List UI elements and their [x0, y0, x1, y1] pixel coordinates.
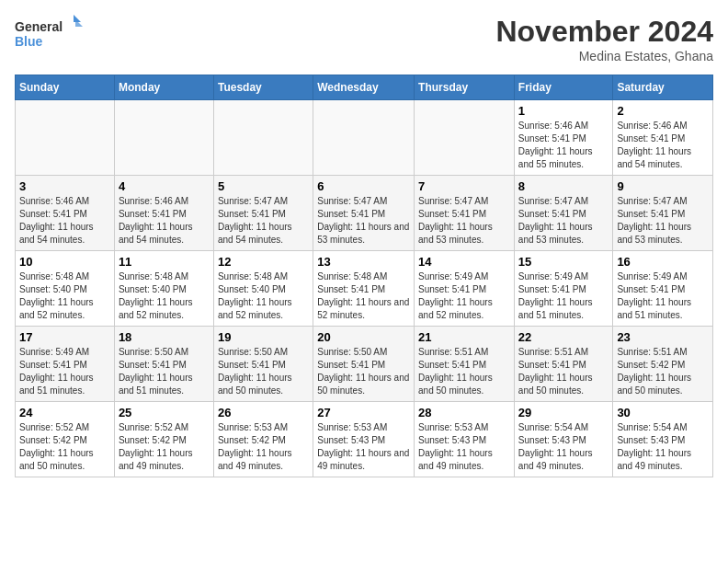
calendar-cell: 23Sunrise: 5:51 AMSunset: 5:42 PMDayligh…: [613, 327, 713, 402]
svg-text:General: General: [15, 19, 63, 34]
calendar-cell: 6Sunrise: 5:47 AMSunset: 5:41 PMDaylight…: [313, 176, 415, 251]
day-number: 10: [19, 255, 110, 269]
day-info: Sunrise: 5:54 AMSunset: 5:43 PMDaylight:…: [617, 421, 709, 473]
calendar-cell: 4Sunrise: 5:46 AMSunset: 5:41 PMDaylight…: [114, 176, 213, 251]
day-info: Sunrise: 5:46 AMSunset: 5:41 PMDaylight:…: [518, 120, 609, 171]
day-info: Sunrise: 5:48 AMSunset: 5:40 PMDaylight:…: [19, 270, 110, 322]
calendar-cell: 10Sunrise: 5:48 AMSunset: 5:40 PMDayligh…: [16, 251, 115, 327]
day-number: 26: [218, 406, 309, 419]
calendar-cell: 9Sunrise: 5:47 AMSunset: 5:41 PMDaylight…: [613, 176, 713, 251]
day-info: Sunrise: 5:50 AMSunset: 5:41 PMDaylight:…: [119, 346, 210, 397]
calendar-cell: [16, 100, 115, 176]
day-info: Sunrise: 5:47 AMSunset: 5:41 PMDaylight:…: [317, 195, 410, 247]
day-info: Sunrise: 5:53 AMSunset: 5:43 PMDaylight:…: [418, 421, 510, 473]
day-info: Sunrise: 5:48 AMSunset: 5:41 PMDaylight:…: [317, 270, 410, 322]
day-info: Sunrise: 5:47 AMSunset: 5:41 PMDaylight:…: [218, 195, 309, 247]
day-number: 22: [518, 330, 609, 344]
calendar-cell: [313, 100, 415, 176]
day-info: Sunrise: 5:47 AMSunset: 5:41 PMDaylight:…: [518, 195, 609, 247]
svg-marker-3: [74, 15, 81, 22]
day-number: 27: [317, 406, 410, 419]
day-number: 7: [418, 179, 510, 193]
day-number: 16: [617, 255, 709, 269]
day-number: 5: [218, 179, 309, 193]
day-info: Sunrise: 5:48 AMSunset: 5:40 PMDaylight:…: [119, 270, 210, 322]
calendar-cell: 24Sunrise: 5:52 AMSunset: 5:42 PMDayligh…: [16, 402, 115, 477]
day-info: Sunrise: 5:46 AMSunset: 5:41 PMDaylight:…: [119, 195, 210, 247]
calendar-cell: 26Sunrise: 5:53 AMSunset: 5:42 PMDayligh…: [213, 402, 313, 477]
day-info: Sunrise: 5:47 AMSunset: 5:41 PMDaylight:…: [617, 195, 709, 247]
header-monday: Monday: [114, 75, 213, 100]
day-number: 3: [19, 179, 110, 193]
day-number: 18: [119, 330, 210, 344]
day-number: 13: [317, 255, 410, 269]
calendar-cell: 21Sunrise: 5:51 AMSunset: 5:41 PMDayligh…: [415, 327, 515, 402]
day-number: 25: [119, 406, 210, 419]
calendar-cell: 22Sunrise: 5:51 AMSunset: 5:41 PMDayligh…: [514, 327, 613, 402]
calendar-cell: 25Sunrise: 5:52 AMSunset: 5:42 PMDayligh…: [114, 402, 213, 477]
calendar-cell: 20Sunrise: 5:50 AMSunset: 5:41 PMDayligh…: [313, 327, 415, 402]
day-info: Sunrise: 5:52 AMSunset: 5:42 PMDaylight:…: [19, 421, 110, 473]
day-number: 23: [617, 330, 709, 344]
day-info: Sunrise: 5:51 AMSunset: 5:42 PMDaylight:…: [617, 346, 709, 397]
location-subtitle: Medina Estates, Ghana: [495, 49, 713, 63]
title-block: November 2024 Medina Estates, Ghana: [495, 15, 713, 63]
logo: General Blue: [15, 15, 88, 56]
day-info: Sunrise: 5:53 AMSunset: 5:42 PMDaylight:…: [218, 421, 309, 473]
calendar-cell: 17Sunrise: 5:49 AMSunset: 5:41 PMDayligh…: [16, 327, 115, 402]
day-info: Sunrise: 5:50 AMSunset: 5:41 PMDaylight:…: [317, 346, 410, 397]
day-info: Sunrise: 5:49 AMSunset: 5:41 PMDaylight:…: [19, 346, 110, 397]
calendar-cell: 2Sunrise: 5:46 AMSunset: 5:41 PMDaylight…: [613, 100, 713, 176]
calendar-cell: 5Sunrise: 5:47 AMSunset: 5:41 PMDaylight…: [213, 176, 313, 251]
day-number: 30: [617, 406, 709, 419]
calendar-table: SundayMondayTuesdayWednesdayThursdayFrid…: [15, 75, 713, 477]
day-number: 11: [119, 255, 210, 269]
calendar-cell: [213, 100, 313, 176]
calendar-cell: 15Sunrise: 5:49 AMSunset: 5:41 PMDayligh…: [514, 251, 613, 327]
header-wednesday: Wednesday: [313, 75, 415, 100]
day-info: Sunrise: 5:49 AMSunset: 5:41 PMDaylight:…: [418, 270, 510, 322]
page-header: General Blue November 2024 Medina Estate…: [15, 15, 713, 63]
calendar-cell: 12Sunrise: 5:48 AMSunset: 5:40 PMDayligh…: [213, 251, 313, 327]
day-number: 17: [19, 330, 110, 344]
day-info: Sunrise: 5:54 AMSunset: 5:43 PMDaylight:…: [518, 421, 609, 473]
calendar-cell: 3Sunrise: 5:46 AMSunset: 5:41 PMDaylight…: [16, 176, 115, 251]
calendar-cell: 13Sunrise: 5:48 AMSunset: 5:41 PMDayligh…: [313, 251, 415, 327]
calendar-cell: 7Sunrise: 5:47 AMSunset: 5:41 PMDaylight…: [415, 176, 515, 251]
svg-text:Blue: Blue: [15, 34, 43, 49]
calendar-cell: 30Sunrise: 5:54 AMSunset: 5:43 PMDayligh…: [613, 402, 713, 477]
calendar-cell: 18Sunrise: 5:50 AMSunset: 5:41 PMDayligh…: [114, 327, 213, 402]
day-number: 29: [518, 406, 609, 419]
day-number: 6: [317, 179, 410, 193]
logo-svg: General Blue: [15, 15, 88, 56]
calendar-cell: 1Sunrise: 5:46 AMSunset: 5:41 PMDaylight…: [514, 100, 613, 176]
day-number: 4: [119, 179, 210, 193]
day-number: 1: [518, 104, 609, 118]
header-tuesday: Tuesday: [213, 75, 313, 100]
calendar-cell: 14Sunrise: 5:49 AMSunset: 5:41 PMDayligh…: [415, 251, 515, 327]
day-number: 28: [418, 406, 510, 419]
day-number: 8: [518, 179, 609, 193]
day-number: 19: [218, 330, 309, 344]
calendar-cell: 19Sunrise: 5:50 AMSunset: 5:41 PMDayligh…: [213, 327, 313, 402]
day-info: Sunrise: 5:51 AMSunset: 5:41 PMDaylight:…: [518, 346, 609, 397]
calendar-cell: 29Sunrise: 5:54 AMSunset: 5:43 PMDayligh…: [514, 402, 613, 477]
day-info: Sunrise: 5:47 AMSunset: 5:41 PMDaylight:…: [418, 195, 510, 247]
header-friday: Friday: [514, 75, 613, 100]
day-info: Sunrise: 5:46 AMSunset: 5:41 PMDaylight:…: [19, 195, 110, 247]
day-number: 2: [617, 104, 709, 118]
day-info: Sunrise: 5:46 AMSunset: 5:41 PMDaylight:…: [617, 120, 709, 171]
calendar-cell: 8Sunrise: 5:47 AMSunset: 5:41 PMDaylight…: [514, 176, 613, 251]
day-number: 12: [218, 255, 309, 269]
calendar-cell: 16Sunrise: 5:49 AMSunset: 5:41 PMDayligh…: [613, 251, 713, 327]
day-info: Sunrise: 5:51 AMSunset: 5:41 PMDaylight:…: [418, 346, 510, 397]
calendar-cell: [415, 100, 515, 176]
calendar-cell: [114, 100, 213, 176]
header-thursday: Thursday: [415, 75, 515, 100]
day-number: 15: [518, 255, 609, 269]
day-info: Sunrise: 5:52 AMSunset: 5:42 PMDaylight:…: [119, 421, 210, 473]
day-info: Sunrise: 5:50 AMSunset: 5:41 PMDaylight:…: [218, 346, 309, 397]
calendar-cell: 11Sunrise: 5:48 AMSunset: 5:40 PMDayligh…: [114, 251, 213, 327]
day-number: 14: [418, 255, 510, 269]
day-number: 9: [617, 179, 709, 193]
